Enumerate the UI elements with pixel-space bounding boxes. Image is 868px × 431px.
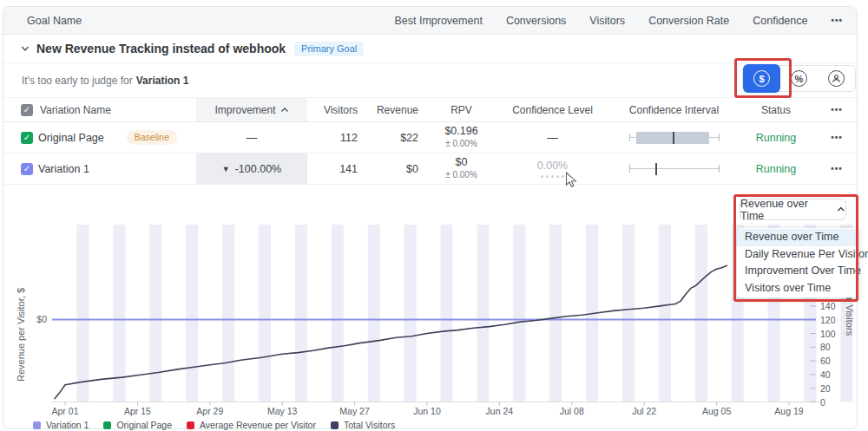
goal-title: New Revenue Tracking instead of webhook xyxy=(36,42,286,56)
right-axis-tick-label: 60 xyxy=(820,356,831,366)
right-axis-tick-label: 40 xyxy=(820,369,831,380)
legend-item-avg-revenue[interactable]: Average Revenue per Visitor xyxy=(187,420,316,430)
early-judgement-note: It's too early to judge for Variation 1 xyxy=(3,63,857,97)
revenue-value: $0 xyxy=(368,163,429,175)
interval-median-tick xyxy=(673,132,674,144)
interval-part xyxy=(719,165,720,173)
week-band xyxy=(695,225,707,402)
goals-header-columns: Best Improvement Conversions Visitors Co… xyxy=(394,15,843,27)
x-axis-tick-label: Aug 05 xyxy=(695,406,739,416)
row-menu-icon[interactable]: ••• xyxy=(815,133,858,142)
header-overflow-icon[interactable]: ••• xyxy=(831,16,843,25)
week-band xyxy=(441,225,453,402)
dropdown-option-daily-revenue-per-visitor[interactable]: Daily Revenue Per Visitor xyxy=(737,246,858,264)
dropdown-option-visitors-over-time[interactable]: Visitors over Time xyxy=(737,280,858,297)
goals-header-bar: Goal Name Best Improvement Conversions V… xyxy=(3,7,857,35)
conversion-rate-header: Conversion Rate xyxy=(648,15,729,27)
rpv-amount: $0 xyxy=(429,156,494,170)
row-checkbox[interactable]: ✓ xyxy=(21,163,33,175)
row-menu-icon[interactable]: ••• xyxy=(815,164,858,173)
dropdown-value: Revenue over Time xyxy=(740,198,831,222)
table-row-variation-1: ✓ Variation 1 ▼ -100.00% 141 $0 $0 ± 0.0… xyxy=(3,153,857,185)
confidence-interval-plot xyxy=(629,131,720,145)
dropdown-option-improvement-over-time[interactable]: Improvement Over Time xyxy=(737,263,858,280)
legend-swatch xyxy=(187,421,194,429)
visitors-metric-button[interactable] xyxy=(818,66,855,91)
check-icon: ✓ xyxy=(23,133,30,142)
chart-legend: Variation 1 Original Page Average Revenu… xyxy=(33,420,395,430)
improvement-value: — xyxy=(196,122,307,153)
status-value: Running xyxy=(737,163,815,175)
x-axis-tick-label: Aug 19 xyxy=(767,406,811,416)
revenue-goal-report: Goal Name Best Improvement Conversions V… xyxy=(0,0,868,431)
confidence-interval-header: Confidence Interval xyxy=(611,104,737,116)
visitor-icon xyxy=(828,70,845,87)
chart-metric-dropdown[interactable]: Revenue over Time xyxy=(740,199,846,220)
x-axis-tick-label: Apr 15 xyxy=(115,406,159,416)
confidence-level-header: Confidence Level xyxy=(494,104,611,116)
metric-toggle-group: $ % xyxy=(742,65,856,92)
week-band xyxy=(186,225,198,402)
x-axis-tick-label: Jun 10 xyxy=(405,406,449,416)
chart-canvas xyxy=(3,185,857,429)
row-checkbox[interactable]: ✓ xyxy=(21,132,33,144)
table-overflow-icon[interactable]: ••• xyxy=(815,105,858,114)
x-axis-tick-label: Jul 22 xyxy=(622,406,666,416)
rpv-value: $0 ± 0.00% xyxy=(429,156,494,180)
week-band xyxy=(622,225,635,402)
legend-item-total-visitors[interactable]: Total Visitors xyxy=(331,420,395,430)
improvement-amount: -100.00% xyxy=(235,163,282,175)
improvement-header[interactable]: Improvement xyxy=(196,98,307,121)
legend-item-original-page[interactable]: Original Page xyxy=(103,420,172,430)
x-axis-tick-label: Jun 24 xyxy=(477,406,521,416)
x-axis-tick-label: Jul 08 xyxy=(550,406,594,416)
revenue-value: $22 xyxy=(368,132,429,144)
revenue-over-time-chart: Revenue per Visitor, $ $0 Total Visitors… xyxy=(3,185,857,429)
primary-goal-badge: Primary Goal xyxy=(294,42,364,56)
status-col-header: Status xyxy=(737,104,815,116)
visitors-value: 112 xyxy=(307,132,368,144)
confidence-level-amount: 0.00% xyxy=(494,160,611,173)
significance-dots xyxy=(494,175,611,178)
conversions-header: Conversions xyxy=(506,15,566,27)
down-triangle-icon: ▼ xyxy=(222,165,230,173)
best-improvement-header: Best Improvement xyxy=(394,15,482,27)
legend-swatch xyxy=(331,421,339,429)
improvement-value: ▼ -100.00% xyxy=(196,153,307,184)
week-band xyxy=(477,225,489,402)
select-all-checkbox[interactable]: ✓ xyxy=(21,104,33,116)
percent-icon: % xyxy=(791,70,807,87)
chevron-down-icon[interactable] xyxy=(20,43,30,54)
confidence-level-value: 0.00% xyxy=(494,160,611,178)
week-band xyxy=(659,225,671,402)
right-axis-tick-label: 80 xyxy=(820,342,831,352)
variation-name-header: Variation Name xyxy=(38,104,196,116)
week-band xyxy=(332,225,344,402)
x-axis-tick-label: May 27 xyxy=(333,406,377,416)
status-value: Running xyxy=(737,132,815,144)
goal-card: Goal Name Best Improvement Conversions V… xyxy=(3,6,858,429)
dropdown-option-revenue-over-time[interactable]: Revenue over Time xyxy=(737,229,858,246)
right-axis-tick-label: 120 xyxy=(820,315,836,325)
check-icon: ✓ xyxy=(23,105,30,114)
right-axis-tick-label: 20 xyxy=(820,383,831,394)
left-axis-title: Revenue per Visitor, $ xyxy=(16,288,26,382)
legend-label: Variation 1 xyxy=(46,420,89,430)
conversion-rate-metric-button[interactable]: % xyxy=(780,66,818,91)
x-axis-tick-label: Apr 29 xyxy=(188,406,232,416)
chevron-up-icon xyxy=(837,206,845,212)
legend-label: Average Revenue per Visitor xyxy=(200,420,316,430)
variation-table-header: ✓ Variation Name Improvement Visitors Re… xyxy=(3,97,857,122)
confidence-level-value: — xyxy=(494,132,611,144)
interval-part xyxy=(719,134,720,141)
revenue-col-header: Revenue xyxy=(368,104,429,116)
legend-item-variation-1[interactable]: Variation 1 xyxy=(33,420,89,430)
week-band xyxy=(77,225,89,402)
rpv-col-header: RPV xyxy=(429,104,494,116)
rpv-error: ± 0.00% xyxy=(429,139,494,150)
revenue-metric-button[interactable]: $ xyxy=(743,64,780,93)
variation-name: Variation 1 xyxy=(38,163,89,175)
legend-swatch xyxy=(33,421,41,429)
legend-label: Total Visitors xyxy=(344,420,395,430)
rpv-error: ± 0.00% xyxy=(429,170,494,181)
